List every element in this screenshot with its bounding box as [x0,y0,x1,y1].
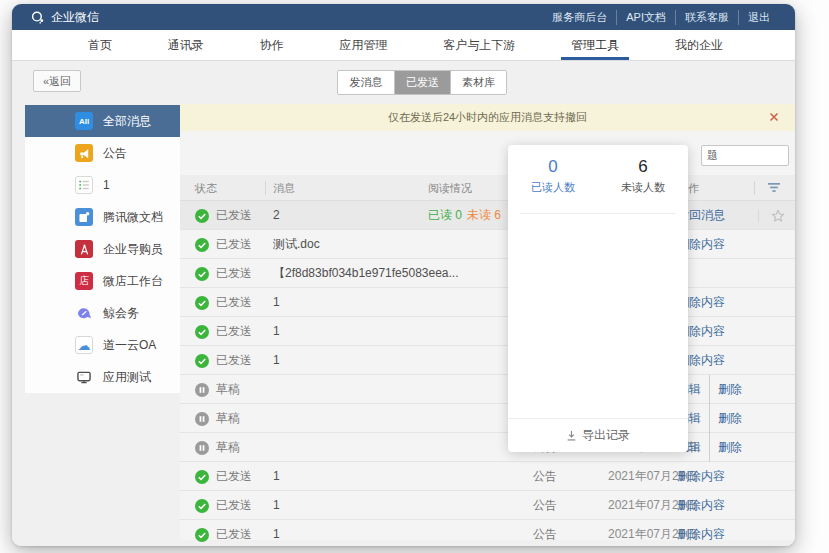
status-cell: 已发送 [195,201,252,230]
nav-item-collaboration[interactable]: 协作 [256,30,288,60]
unread-count-tab[interactable]: 6 未读人数 [598,157,688,195]
sidebar-item-weidian-workbench[interactable]: 店 微店工作台 [25,265,180,297]
status-cell: 已发送 [195,317,252,346]
nav-item-apps[interactable]: 应用管理 [335,30,391,60]
status-cell: 已发送 [195,520,252,546]
sidebar-item-label: 1 [103,178,110,192]
whale-bubble-icon [75,304,93,322]
sidebar-item-whale-events[interactable]: 鲸会务 [25,297,180,329]
status-cell: 草稿 [195,433,240,462]
sidebar-item-label: 腾讯微文档 [103,209,163,226]
table-row[interactable]: 已发送 2 已读 0未读 6 撤回消息 [180,201,795,230]
row-action-link[interactable]: 删除 [709,404,742,433]
main-nav: 首页 通讯录 协作 应用管理 客户与上下游 管理工具 我的企业 [12,30,795,61]
status-text: 已发送 [216,288,252,317]
notice-bar: 仅在发送后24小时内的应用消息支持撤回 [180,104,795,131]
message-cell: 1 [273,288,280,317]
action-cell: 删除内容 [677,491,789,520]
unread-count-label: 未读人数 [598,180,688,195]
star-icon[interactable] [758,209,785,223]
draft-icon [195,441,209,455]
table-row[interactable]: 已发送 1 删除内容 [180,288,795,317]
sidebar-item-1[interactable]: 1 [25,169,180,201]
table-row[interactable]: 已发送 测试.doc 删除内容 [180,230,795,259]
action-cell: 编辑删除 [677,375,789,404]
app-window: 企业微信 服务商后台 API文档 联系客服 退出 首页 通讯录 协作 应用管理 … [12,4,795,546]
nav-item-my-company[interactable]: 我的企业 [671,30,727,60]
row-action-link[interactable]: 删除内容 [677,491,725,520]
sidebar-item-announcement[interactable]: 公告 [25,137,180,169]
search-input[interactable] [701,145,789,166]
table-row[interactable]: 已发送 1 公告 2021年07月20日 删除内容 [180,520,795,546]
cloud-icon: ☁ [75,336,93,354]
table-row[interactable]: 已发送 【2f8d83bf034b1e971fe5083eea... [180,259,795,288]
status-cell: 草稿 [195,375,240,404]
filter-icon[interactable] [767,182,781,194]
list-icon [75,176,93,194]
sidebar-item-label: 微店工作台 [103,273,163,290]
status-text: 已发送 [216,201,252,230]
all-messages-icon: All [75,112,93,130]
sidebar-item-daoyiyun-oa[interactable]: ☁ 道一云OA [25,329,180,361]
announcement-icon [75,144,93,162]
draft-icon [195,412,209,426]
row-action-link[interactable]: 删除 [709,433,742,462]
read-count: 0 [508,157,598,177]
sidebar-item-app-test[interactable]: 应用测试 [25,361,180,393]
read-count-tab[interactable]: 0 已读人数 [508,157,598,195]
table-row[interactable]: 已发送 1 公告 2021年07月29日 删除内容 [180,462,795,491]
nav-item-customers[interactable]: 客户与上下游 [439,30,519,60]
sidebar-item-all-messages[interactable]: All 全部消息 [25,105,180,137]
tab-material-library[interactable]: 素材库 [450,71,506,94]
sent-check-icon [195,354,209,368]
action-cell: 编辑删除 [677,404,789,433]
tab-send-message[interactable]: 发消息 [338,71,394,94]
notice-text: 仅在发送后24小时内的应用消息支持撤回 [388,110,587,125]
back-button[interactable]: «返回 [33,70,81,92]
action-cell: 删除内容 [677,317,789,346]
type-cell: 公告 [533,520,557,546]
nav-item-admin-tools[interactable]: 管理工具 [567,30,623,60]
sidebar-item-tencent-docs[interactable]: 腾讯微文档 [25,201,180,233]
sent-check-icon [195,528,209,542]
top-link-api-docs[interactable]: API文档 [616,10,675,25]
nav-item-contacts[interactable]: 通讯录 [164,30,208,60]
table-row[interactable]: 已发送 1 删除内容 [180,317,795,346]
status-text: 已发送 [216,346,252,375]
status-text: 草稿 [216,404,240,433]
table-row[interactable]: 已发送 1 公告 2021年07月29日 删除内容 [180,491,795,520]
read-status-cell[interactable]: 已读 0未读 6 [428,201,501,230]
sidebar-item-label: 应用测试 [103,369,151,386]
table-row[interactable]: 已发送 1 删除内容 [180,346,795,375]
table-row[interactable]: 草稿 编辑删除 [180,404,795,433]
wecom-logo: 企业微信 [30,9,99,26]
row-action-link[interactable]: 删除内容 [677,462,725,491]
close-icon[interactable] [767,110,781,124]
top-links: 服务商后台 API文档 联系客服 退出 [543,10,779,25]
message-cell: 1 [273,491,280,520]
monitor-icon [75,368,93,386]
table-row[interactable]: 草稿 公告 2021年07月29日 编辑删除 [180,433,795,462]
top-link-provider[interactable]: 服务商后台 [543,10,616,25]
status-cell: 已发送 [195,346,252,375]
app-sidebar: All 全部消息 公告 1 腾讯微文档 [25,105,180,393]
export-records-button[interactable]: 导出记录 [508,418,688,452]
sidebar-item-label: 公告 [103,145,127,162]
row-action-link[interactable]: 删除内容 [677,520,725,546]
message-cell: 测试.doc [273,230,320,259]
top-link-support[interactable]: 联系客服 [675,10,738,25]
row-action-link[interactable]: 删除 [709,375,742,404]
doc-icon [75,208,93,226]
tab-sent[interactable]: 已发送 [394,71,450,94]
top-link-logout[interactable]: 退出 [738,10,779,25]
action-cell [677,259,789,288]
sidebar-item-shopping-guide[interactable]: 企业导购员 [25,233,180,265]
status-cell: 已发送 [195,288,252,317]
nav-item-home[interactable]: 首页 [84,30,116,60]
chat-bubble-icon [30,10,45,25]
sidebar-item-label: 企业导购员 [103,241,163,258]
message-table-panel: 状态 消息 阅读情况 操作 已发送 2 已读 0未读 6 撤回消息 已发送 测试 [180,131,795,540]
guide-icon [75,240,93,258]
status-cell: 草稿 [195,404,240,433]
table-row[interactable]: 草稿 编辑删除 [180,375,795,404]
